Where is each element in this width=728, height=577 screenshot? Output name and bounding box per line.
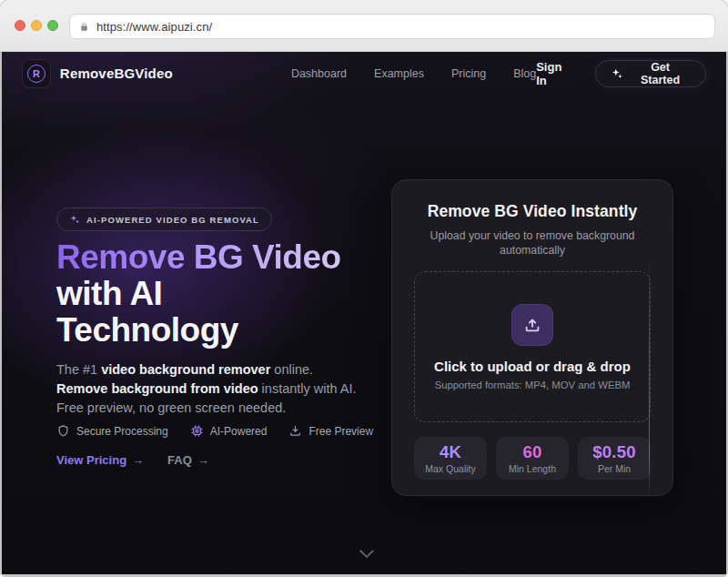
- hero-description: The #1 video background remover online. …: [56, 360, 362, 418]
- download-icon: [288, 424, 302, 438]
- get-started-label: Get Started: [630, 61, 691, 86]
- traffic-light-minimize[interactable]: [31, 20, 42, 31]
- stat-value: 60: [523, 442, 542, 462]
- browser-chrome: https://www.aipuzi.cn/: [0, 0, 728, 52]
- feature-label: Secure Processing: [76, 425, 168, 438]
- faq-link[interactable]: FAQ→: [167, 453, 209, 467]
- hero-description-segment: The #1: [56, 362, 101, 377]
- hero-title-line1: Remove BG Video: [56, 239, 384, 276]
- lock-icon: [79, 21, 89, 33]
- stat-value: 4K: [440, 442, 461, 462]
- feature-item: AI-Powered: [190, 424, 268, 438]
- nav-link-blog[interactable]: Blog: [513, 67, 536, 80]
- hero-description-segment: Remove background from video: [56, 381, 258, 396]
- hero-title: Remove BG Video with AI Technology: [56, 239, 384, 349]
- hero-badge-label: AI-POWERED VIDEO BG REMOVAL: [86, 215, 259, 225]
- hero-title-line2: with AI: [56, 275, 162, 312]
- navbar: R RemoveBGVideo DashboardExamplesPricing…: [2, 52, 726, 95]
- url-bar[interactable]: https://www.aipuzi.cn/: [69, 14, 715, 39]
- feature-label: Free Preview: [308, 425, 373, 438]
- view-pricing-link[interactable]: View Pricing→: [56, 453, 144, 467]
- stat-label: Per Min: [598, 463, 631, 474]
- nav-right: Sign In Get Started: [536, 60, 706, 87]
- dropzone-title: Click to upload or drag & drop: [434, 359, 631, 374]
- url-text: https://www.aipuzi.cn/: [96, 20, 212, 34]
- upload-icon: [522, 315, 542, 335]
- traffic-light-close[interactable]: [15, 20, 25, 31]
- hero-badge: AI-POWERED VIDEO BG REMOVAL: [56, 208, 272, 231]
- arrow-right-icon: →: [132, 453, 144, 467]
- get-started-button[interactable]: Get Started: [595, 60, 706, 87]
- hero-description-segment: video background remover: [101, 362, 270, 377]
- stat-value: $0.50: [592, 442, 635, 462]
- sparkles-icon: [611, 67, 623, 80]
- nav-links: DashboardExamplesPricingBlog: [291, 67, 536, 80]
- feature-label: AI-Powered: [210, 425, 268, 438]
- dropzone-formats: Supported formats: MP4, MOV and WEBM: [435, 380, 631, 390]
- shield-icon: [56, 424, 70, 438]
- stat-card: 4KMax Quality: [414, 437, 487, 480]
- nav-link-pricing[interactable]: Pricing: [451, 67, 486, 80]
- stats-row: 4KMax Quality60Min Length$0.50Per Min: [414, 437, 651, 480]
- feature-list: Secure ProcessingAI-PoweredFree Preview: [56, 424, 373, 438]
- brand-name: RemoveBGVideo: [60, 66, 173, 81]
- hero-link-label: FAQ: [167, 453, 192, 467]
- hero-title-line3: Technology: [56, 311, 238, 349]
- upload-dropzone[interactable]: Click to upload or drag & drop Supported…: [414, 271, 651, 422]
- upload-icon-square: [511, 304, 553, 346]
- logo-r-icon: R: [27, 65, 46, 83]
- traffic-light-zoom[interactable]: [47, 20, 58, 31]
- stat-label: Max Quality: [425, 463, 475, 474]
- chevron-down-icon[interactable]: [359, 549, 375, 560]
- page-viewport: R RemoveBGVideo DashboardExamplesPricing…: [0, 52, 728, 577]
- browser-window: https://www.aipuzi.cn/ R RemoveBGVideo D…: [0, 0, 728, 577]
- hero-links: View Pricing→FAQ→: [56, 453, 209, 467]
- sign-in-link[interactable]: Sign In: [536, 60, 575, 87]
- stat-label: Min Length: [509, 463, 556, 474]
- arrow-right-icon: →: [197, 453, 209, 467]
- upload-card: Remove BG Video Instantly Upload your vi…: [391, 179, 673, 496]
- upload-card-subtitle: Upload your video to remove background a…: [423, 228, 642, 258]
- upload-card-title: Remove BG Video Instantly: [414, 202, 651, 221]
- feature-item: Secure Processing: [56, 424, 168, 438]
- nav-link-examples[interactable]: Examples: [374, 67, 424, 80]
- feature-item: Free Preview: [288, 424, 373, 438]
- hero-description-segment: online.: [270, 362, 313, 377]
- badge-sparkles-icon: [69, 214, 80, 225]
- hero-link-label: View Pricing: [56, 453, 126, 467]
- chip-icon: [190, 424, 204, 438]
- brand-logo[interactable]: R: [22, 59, 51, 88]
- nav-link-dashboard[interactable]: Dashboard: [291, 67, 347, 80]
- stat-card: 60Min Length: [496, 437, 569, 480]
- stat-card: $0.50Per Min: [578, 437, 651, 480]
